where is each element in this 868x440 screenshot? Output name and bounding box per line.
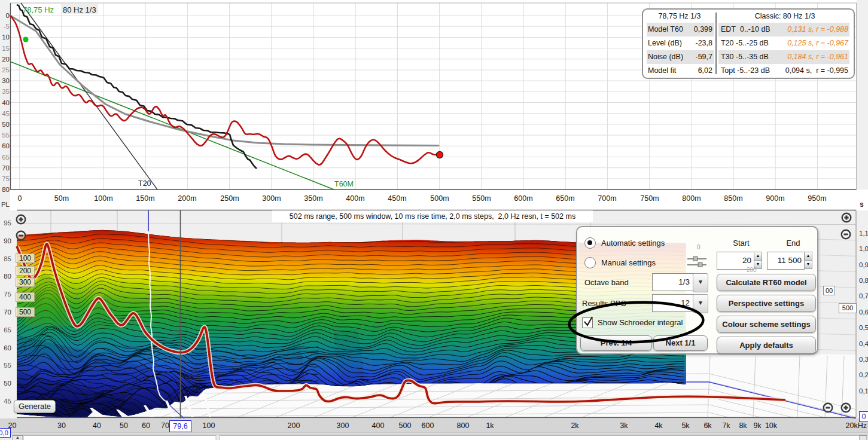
svg-text:60: 60 xyxy=(142,421,150,430)
svg-text:1,1: 1,1 xyxy=(859,230,868,237)
svg-text:0,7: 0,7 xyxy=(859,292,868,300)
svg-text:45: 45 xyxy=(2,110,10,117)
svg-text:80: 80 xyxy=(2,186,10,193)
svg-text:60: 60 xyxy=(2,142,10,149)
svg-text:90: 90 xyxy=(4,237,11,245)
svg-text:650m: 650m xyxy=(556,194,574,203)
svg-text:70: 70 xyxy=(4,308,11,316)
svg-text:0,6: 0,6 xyxy=(859,308,868,316)
svg-text:80 Hz 1/3: 80 Hz 1/3 xyxy=(63,5,96,14)
svg-text:0,5: 0,5 xyxy=(859,324,868,331)
svg-text:85: 85 xyxy=(4,255,11,262)
svg-text:0,2: 0,2 xyxy=(859,371,868,378)
svg-text:400m: 400m xyxy=(346,194,364,203)
svg-text:5k: 5k xyxy=(681,421,690,430)
svg-text:750m: 750m xyxy=(640,194,659,203)
svg-text:550m: 550m xyxy=(472,194,491,203)
svg-text:20: 20 xyxy=(2,56,10,63)
svg-text:T20: T20 xyxy=(138,179,151,188)
svg-text:50: 50 xyxy=(120,421,128,430)
svg-text:0,3: 0,3 xyxy=(859,356,868,363)
svg-text:0,4: 0,4 xyxy=(859,340,868,347)
svg-text:T60M: T60M xyxy=(334,180,354,188)
svg-text:6k: 6k xyxy=(703,421,712,430)
svg-text:500m: 500m xyxy=(430,194,449,203)
svg-text:700m: 700m xyxy=(598,194,616,203)
svg-text:80: 80 xyxy=(4,273,11,280)
svg-text:40: 40 xyxy=(93,421,101,430)
svg-text:9k: 9k xyxy=(753,421,762,430)
svg-text:300m: 300m xyxy=(262,194,281,203)
svg-text:500: 500 xyxy=(399,421,412,430)
svg-text:10: 10 xyxy=(2,33,10,41)
svg-text:95: 95 xyxy=(4,219,11,227)
svg-text:600m: 600m xyxy=(514,194,532,203)
svg-text:1,0: 1,0 xyxy=(859,245,868,252)
svg-text:150m: 150m xyxy=(136,194,154,203)
svg-text:55: 55 xyxy=(4,362,11,369)
svg-text:3k: 3k xyxy=(620,421,628,430)
svg-text:200m: 200m xyxy=(178,194,196,203)
svg-text:20kHz: 20kHz xyxy=(846,421,867,430)
svg-text:950m: 950m xyxy=(808,194,826,203)
svg-text:0,1: 0,1 xyxy=(859,387,868,395)
svg-text:600: 600 xyxy=(422,421,434,430)
svg-text:1k: 1k xyxy=(486,421,494,430)
svg-text:65: 65 xyxy=(2,154,10,161)
svg-text:50: 50 xyxy=(2,121,10,128)
svg-text:850m: 850m xyxy=(724,194,742,203)
svg-text:8k: 8k xyxy=(739,421,747,430)
svg-text:2k: 2k xyxy=(571,421,579,430)
svg-text:0: 0 xyxy=(6,12,10,19)
svg-text:0: 0 xyxy=(18,194,22,203)
svg-text:350m: 350m xyxy=(304,194,322,203)
svg-text:800: 800 xyxy=(457,421,470,430)
svg-text:50: 50 xyxy=(4,380,11,387)
svg-text:PL: PL xyxy=(1,201,10,208)
svg-text:100m: 100m xyxy=(94,194,112,203)
svg-text:55: 55 xyxy=(2,132,10,139)
svg-text:7k: 7k xyxy=(722,421,730,430)
svg-text:900m: 900m xyxy=(766,194,784,203)
svg-text:200: 200 xyxy=(288,421,300,430)
svg-text:40: 40 xyxy=(2,99,10,106)
svg-text:800m: 800m xyxy=(682,194,701,203)
svg-text:15: 15 xyxy=(2,45,10,52)
svg-text:75: 75 xyxy=(4,291,11,298)
svg-text:s: s xyxy=(860,200,864,209)
svg-text:65: 65 xyxy=(4,326,11,334)
svg-text:35: 35 xyxy=(2,88,10,95)
svg-text:250m: 250m xyxy=(220,194,239,203)
svg-text:30: 30 xyxy=(57,421,66,430)
svg-text:450m: 450m xyxy=(388,194,406,203)
svg-text:70: 70 xyxy=(161,421,169,430)
svg-text:75: 75 xyxy=(2,175,10,182)
svg-text:0,9: 0,9 xyxy=(859,261,868,268)
svg-text:300: 300 xyxy=(337,421,349,430)
svg-text:78,75 Hz: 78,75 Hz xyxy=(23,5,54,14)
svg-text:60: 60 xyxy=(4,344,11,352)
svg-text:4k: 4k xyxy=(654,421,663,430)
svg-text:10k: 10k xyxy=(765,421,778,430)
svg-text:400: 400 xyxy=(372,421,385,430)
svg-text:100: 100 xyxy=(203,421,215,430)
svg-text:70: 70 xyxy=(2,164,10,172)
svg-text:50m: 50m xyxy=(54,194,69,203)
svg-text:-5: -5 xyxy=(4,23,10,30)
svg-text:0,8: 0,8 xyxy=(859,277,868,284)
svg-text:30: 30 xyxy=(2,77,10,84)
svg-text:25: 25 xyxy=(2,66,10,74)
svg-text:45: 45 xyxy=(4,398,11,405)
